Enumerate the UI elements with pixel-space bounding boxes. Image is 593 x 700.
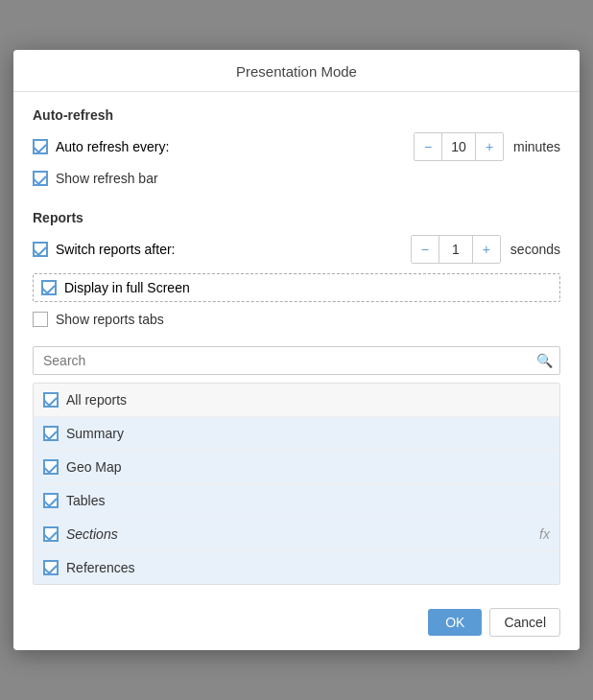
report-item-geomap[interactable]: Geo Map	[34, 451, 559, 484]
report-item-summary[interactable]: Summary	[34, 417, 559, 451]
auto-refresh-section-label: Auto-refresh	[33, 107, 560, 123]
switch-reports-increment[interactable]: +	[473, 236, 500, 263]
report-label-sections: Sections	[66, 526, 532, 542]
auto-refresh-label: Auto refresh every:	[56, 139, 169, 154]
show-tabs-checkbox[interactable]	[33, 312, 48, 327]
display-fullscreen-label: Display in full Screen	[64, 280, 190, 295]
auto-refresh-row: Auto refresh every: − 10 + minutes	[33, 132, 560, 161]
report-label-all: All reports	[66, 392, 550, 408]
report-checkbox-summary[interactable]	[43, 426, 59, 441]
switch-reports-stepper-box: − 1 +	[411, 235, 501, 264]
auto-refresh-unit: minutes	[513, 139, 560, 154]
report-label-references: References	[66, 560, 550, 575]
report-label-geomap: Geo Map	[66, 459, 550, 475]
report-checkbox-all[interactable]	[43, 392, 59, 408]
search-wrapper: 🔍	[33, 346, 560, 375]
report-label-summary: Summary	[66, 426, 550, 441]
auto-refresh-left: Auto refresh every:	[33, 139, 169, 154]
auto-refresh-checkbox[interactable]	[33, 139, 48, 154]
switch-reports-stepper: − 1 + seconds	[411, 235, 560, 264]
reports-section-label: Reports	[33, 210, 560, 225]
auto-refresh-decrement[interactable]: −	[415, 133, 441, 160]
display-fullscreen-checkbox[interactable]	[41, 280, 57, 295]
switch-reports-checkbox[interactable]	[33, 242, 48, 257]
show-tabs-row: Show reports tabs	[33, 312, 560, 327]
report-checkbox-sections[interactable]	[43, 526, 59, 542]
report-item-sections[interactable]: Sectionsfx	[34, 518, 559, 551]
dialog-footer: OK Cancel	[13, 595, 580, 650]
report-label-tables: Tables	[66, 493, 550, 508]
report-checkbox-geomap[interactable]	[43, 459, 59, 475]
show-refresh-bar-row: Show refresh bar	[33, 171, 560, 186]
report-item-references[interactable]: References	[34, 551, 559, 584]
switch-reports-decrement[interactable]: −	[412, 236, 439, 263]
report-checkbox-tables[interactable]	[43, 493, 59, 508]
dialog-body: Auto-refresh Auto refresh every: − 10 + …	[13, 92, 580, 585]
spacer	[33, 337, 560, 346]
search-input[interactable]	[33, 346, 560, 375]
report-item-all[interactable]: All reports	[34, 384, 559, 417]
auto-refresh-value: 10	[441, 133, 476, 160]
report-item-tables[interactable]: Tables	[34, 484, 559, 518]
section-separator	[33, 196, 560, 197]
show-refresh-bar-label[interactable]: Show refresh bar	[33, 171, 158, 186]
switch-reports-value: 1	[439, 236, 473, 263]
switch-reports-unit: seconds	[510, 242, 560, 257]
reports-list: All reportsSummaryGeo MapTablesSectionsf…	[33, 383, 560, 585]
display-fullscreen-row[interactable]: Display in full Screen	[33, 273, 560, 302]
ok-button[interactable]: OK	[428, 609, 482, 636]
auto-refresh-stepper-box: − 10 +	[414, 132, 504, 161]
show-refresh-bar-checkbox[interactable]	[33, 171, 48, 186]
show-tabs-label[interactable]: Show reports tabs	[33, 312, 164, 327]
switch-reports-left: Switch reports after:	[33, 242, 176, 257]
dialog-title: Presentation Mode	[13, 50, 580, 92]
switch-reports-label: Switch reports after:	[56, 242, 176, 257]
fx-label-sections: fx	[539, 526, 550, 542]
auto-refresh-increment[interactable]: +	[476, 133, 503, 160]
report-checkbox-references[interactable]	[43, 560, 59, 575]
auto-refresh-stepper: − 10 + minutes	[414, 132, 560, 161]
presentation-mode-dialog: Presentation Mode Auto-refresh Auto refr…	[13, 50, 580, 650]
cancel-button[interactable]: Cancel	[489, 608, 560, 637]
switch-reports-row: Switch reports after: − 1 + seconds	[33, 235, 560, 264]
